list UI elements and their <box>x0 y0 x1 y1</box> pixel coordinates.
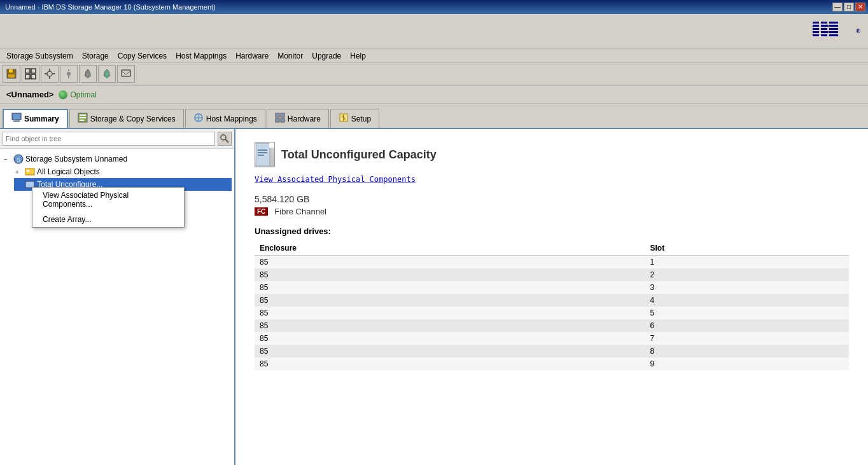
svg-line-48 <box>225 139 228 142</box>
menu-upgrade[interactable]: Upgrade <box>308 50 345 62</box>
cell-enclosure: 85 <box>255 256 645 269</box>
toolbar-alerts1-button[interactable] <box>79 65 97 83</box>
status-bar: <Unnamed> Optimal <box>0 86 868 104</box>
tree-node-logical-label: All Logical Objects <box>37 167 100 176</box>
svg-rect-57 <box>258 149 267 151</box>
toolbar-messages-button[interactable] <box>117 65 135 83</box>
menu-storage-subsystem[interactable]: Storage Subsystem <box>3 50 77 62</box>
main-tabs: Summary Storage & Copy Services Host Map… <box>0 104 868 129</box>
logical-objects-icon <box>25 167 35 177</box>
ibm-logo: ® <box>813 20 862 42</box>
svg-point-27 <box>67 72 71 76</box>
context-menu-create-array[interactable]: Create Array... <box>32 212 184 227</box>
svg-rect-6 <box>821 25 829 27</box>
drives-tbody: 851852853854855856857858859 <box>255 256 849 371</box>
search-bar <box>0 129 234 149</box>
svg-rect-14 <box>829 34 838 36</box>
toolbar-grid-button[interactable] <box>22 65 39 83</box>
cell-slot: 4 <box>645 294 849 307</box>
tree-root-node[interactable]: − S Storage Subsystem Unnamed <box>3 153 232 165</box>
toolbar-settings1-button[interactable] <box>41 65 59 83</box>
toolbar-settings2-button[interactable] <box>60 65 78 83</box>
menu-host-mappings[interactable]: Host Mappings <box>172 50 230 62</box>
svg-rect-59 <box>258 155 264 156</box>
svg-rect-3 <box>813 31 819 33</box>
svg-rect-19 <box>31 69 36 73</box>
cell-enclosure: 85 <box>255 319 645 332</box>
view-associated-link[interactable]: View Associated Physical Components <box>255 175 849 184</box>
cell-enclosure: 85 <box>255 332 645 345</box>
tab-storage-copy-label: Storage & Copy Services <box>90 115 176 123</box>
cell-enclosure: 85 <box>255 281 645 294</box>
svg-rect-43 <box>281 118 284 122</box>
tree-expander-logical[interactable]: + <box>15 169 23 176</box>
svg-rect-16 <box>9 69 13 73</box>
tab-storage-copy[interactable]: Storage & Copy Services <box>69 109 184 128</box>
svg-rect-52 <box>27 170 29 172</box>
minimize-button[interactable]: — <box>832 3 843 11</box>
optimal-label: Optimal <box>70 90 96 99</box>
cell-enclosure: 85 <box>255 357 645 370</box>
menu-hardware[interactable]: Hardware <box>232 50 272 62</box>
svg-rect-58 <box>258 152 267 153</box>
cell-enclosure: 85 <box>255 268 645 281</box>
menu-copy-services[interactable]: Copy Services <box>114 50 171 62</box>
storage-copy-tab-icon <box>78 113 88 125</box>
menu-storage[interactable]: Storage <box>78 50 113 62</box>
tab-setup[interactable]: Setup <box>330 109 379 128</box>
title-bar: Unnamed - IBM DS Storage Manager 10 (Sub… <box>0 0 868 14</box>
title-controls: — □ ✕ <box>832 3 865 11</box>
fc-badge: FC <box>255 207 268 216</box>
menu-help[interactable]: Help <box>346 50 370 62</box>
cell-slot: 5 <box>645 307 849 319</box>
tab-hardware[interactable]: Hardware <box>267 109 329 128</box>
page-title: Total Unconfigured Capacity <box>281 148 437 162</box>
drives-table: Enclosure Slot 8518528538548558568578588… <box>255 241 849 370</box>
table-row: 855 <box>255 307 849 319</box>
svg-point-47 <box>221 135 226 140</box>
optimal-badge: Optimal <box>59 90 96 99</box>
svg-text:S: S <box>17 157 20 163</box>
search-input[interactable] <box>3 132 215 146</box>
svg-rect-9 <box>821 34 827 36</box>
svg-rect-29 <box>106 76 108 78</box>
fc-row: FC Fibre Channel <box>255 207 849 216</box>
close-button[interactable]: ✕ <box>855 3 865 11</box>
tree-root-label: Storage Subsystem Unnamed <box>25 155 127 163</box>
summary-tab-icon <box>11 113 22 125</box>
toolbar-save-button[interactable] <box>3 65 20 83</box>
tree-expand-icon[interactable]: − <box>4 156 11 163</box>
svg-rect-17 <box>8 74 15 78</box>
svg-rect-42 <box>276 118 279 122</box>
menu-bar: Storage Subsystem Storage Copy Services … <box>0 49 868 63</box>
cell-enclosure: 85 <box>255 345 645 357</box>
col-header-slot: Slot <box>645 241 849 256</box>
tab-summary-label: Summary <box>24 115 59 123</box>
maximize-button[interactable]: □ <box>844 3 854 11</box>
tab-summary[interactable]: Summary <box>3 109 68 128</box>
svg-rect-8 <box>821 31 829 33</box>
tree-node-logical[interactable]: + All Logical Objects <box>14 165 232 178</box>
cell-slot: 1 <box>645 256 849 269</box>
svg-rect-35 <box>80 117 86 118</box>
svg-rect-12 <box>829 28 838 30</box>
search-button[interactable] <box>218 132 232 146</box>
document-icon-svg <box>256 143 274 166</box>
tab-setup-label: Setup <box>351 115 371 123</box>
cell-slot: 3 <box>645 281 849 294</box>
svg-rect-2 <box>813 28 819 30</box>
svg-rect-1 <box>813 25 819 27</box>
svg-rect-31 <box>12 113 21 120</box>
tab-host-mappings[interactable]: Host Mappings <box>185 109 265 128</box>
setup-tab-icon <box>339 113 349 125</box>
table-row: 854 <box>255 294 849 307</box>
toolbar <box>0 63 868 86</box>
toolbar-alerts2-button[interactable] <box>98 65 116 83</box>
page-doc-icon <box>255 142 275 167</box>
right-panel: Total Unconfigured Capacity View Associa… <box>235 129 868 465</box>
context-menu-view-physical[interactable]: View Associated Physical Components... <box>32 188 184 212</box>
svg-rect-5 <box>821 22 827 24</box>
svg-rect-40 <box>276 113 279 117</box>
svg-rect-34 <box>80 115 86 116</box>
menu-monitor[interactable]: Monitor <box>274 50 307 62</box>
